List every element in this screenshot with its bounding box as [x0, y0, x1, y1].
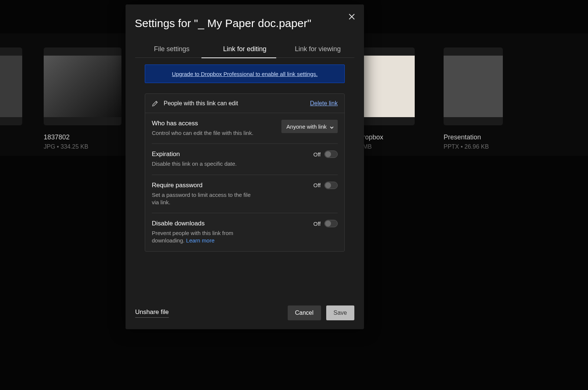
close-icon — [348, 13, 355, 20]
row-disable-downloads: Disable downloads Prevent people with th… — [145, 213, 344, 251]
file-card: ropbox MB — [363, 47, 415, 150]
delete-link[interactable]: Delete link — [310, 100, 338, 107]
active-tab-indicator — [201, 57, 276, 58]
expiration-toggle[interactable] — [324, 151, 338, 158]
file-thumb — [363, 47, 415, 125]
setting-title: Who has access — [152, 120, 281, 127]
password-toggle[interactable] — [324, 182, 338, 189]
panel-header-text: People with this link can edit — [164, 100, 310, 107]
tab-link-for-viewing[interactable]: Link for viewing — [281, 40, 354, 58]
setting-desc: Control who can edit the file with this … — [152, 129, 255, 137]
chevron-down-icon — [330, 125, 334, 131]
setting-desc: Disable this link on a specific date. — [152, 160, 255, 168]
upgrade-banner: Upgrade to Dropbox Professional to enabl… — [145, 65, 345, 83]
file-thumb — [44, 47, 121, 125]
row-require-password: Require password Set a password to limit… — [145, 175, 344, 213]
learn-more-link[interactable]: Learn more — [186, 237, 215, 244]
panel-header: People with this link can edit Delete li… — [145, 94, 344, 113]
dialog-title: Settings for "_ My Paper doc.paper" — [135, 17, 311, 30]
file-meta: PPTX • 26.96 KB — [444, 143, 503, 150]
downloads-toggle[interactable] — [324, 220, 338, 227]
file-card: 1837802 JPG • 334.25 KB — [44, 47, 121, 150]
toggle-knob — [325, 182, 331, 188]
file-meta: MB — [363, 143, 415, 150]
access-dropdown[interactable]: Anyone with link — [281, 120, 338, 133]
file-name: Presentation — [444, 133, 503, 141]
file-name: ropbox — [363, 133, 415, 141]
row-who-has-access: Who has access Control who can edit the … — [145, 113, 344, 143]
tabs: File settings Link for editing Link for … — [135, 40, 354, 58]
pencil-icon — [152, 100, 158, 107]
toggle-state-label: Off — [313, 151, 321, 158]
toggle-knob — [325, 151, 331, 157]
cancel-button[interactable]: Cancel — [288, 305, 321, 320]
file-name: er?dl=0 — [0, 133, 22, 141]
setting-desc: Prevent people with this link from downl… — [152, 229, 255, 245]
link-settings-panel: People with this link can edit Delete li… — [145, 93, 345, 252]
tab-file-settings[interactable]: File settings — [135, 40, 208, 58]
access-dropdown-value: Anyone with link — [287, 123, 327, 130]
setting-title: Disable downloads — [152, 220, 313, 227]
file-thumb — [0, 47, 22, 125]
tab-link-for-editing[interactable]: Link for editing — [208, 40, 281, 58]
dialog-footer: Unshare file Cancel Save — [135, 305, 354, 321]
file-card: Presentation PPTX • 26.96 KB — [444, 47, 503, 150]
close-button[interactable] — [348, 13, 356, 21]
row-expiration: Expiration Disable this link on a specif… — [145, 144, 344, 174]
file-meta: JPG • 334.25 KB — [44, 143, 121, 150]
file-thumb — [444, 47, 503, 125]
toggle-state-label: Off — [313, 221, 321, 227]
setting-desc: Set a password to limit access to the fi… — [152, 191, 255, 206]
upgrade-link[interactable]: Upgrade to Dropbox Professional to enabl… — [172, 71, 318, 77]
unshare-file-link[interactable]: Unshare file — [135, 308, 169, 318]
file-name: 1837802 — [44, 133, 121, 141]
toggle-state-label: Off — [313, 182, 321, 188]
toggle-knob — [325, 221, 331, 227]
setting-title: Require password — [152, 182, 313, 189]
file-card: er?dl=0 — [0, 47, 22, 143]
settings-dialog: Settings for "_ My Paper doc.paper" File… — [126, 4, 364, 329]
setting-title: Expiration — [152, 151, 313, 158]
save-button[interactable]: Save — [326, 305, 354, 320]
